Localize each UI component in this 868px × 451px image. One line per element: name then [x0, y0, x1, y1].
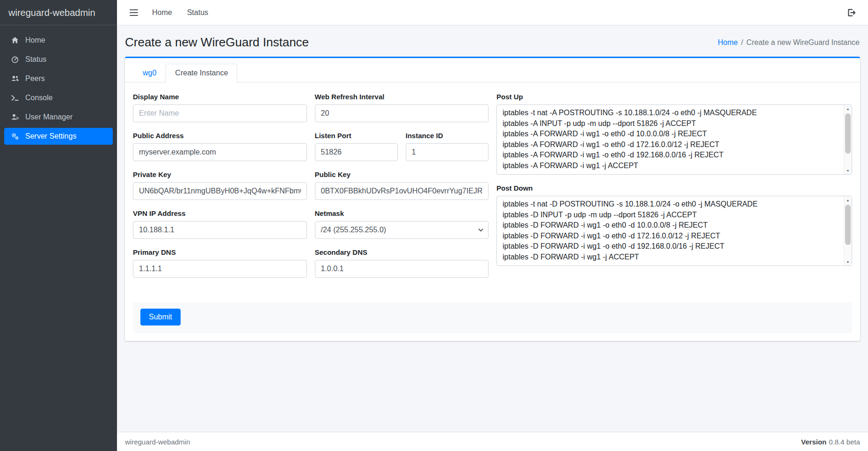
scrollbar-thumb[interactable]	[845, 113, 851, 154]
netmask-group: Netmask /24 (255.255.255.0)	[315, 209, 489, 239]
main-footer: wireguard-webadmin Version0.8.4 beta	[117, 432, 868, 451]
scroll-down-icon[interactable]: ▼	[844, 258, 852, 266]
sidebar-item-label: User Manager	[25, 113, 73, 121]
post-up-label: Post Up	[496, 93, 852, 101]
instance-id-input[interactable]	[406, 143, 489, 161]
netmask-select[interactable]: /24 (255.255.255.0)	[315, 221, 489, 239]
public-key-label: Public Key	[315, 170, 489, 178]
primary-dns-label: Primary DNS	[133, 248, 307, 256]
public-address-label: Public Address	[133, 132, 307, 140]
post-down-group: Post Down iptables -t nat -D POSTROUTING…	[496, 184, 852, 266]
scroll-down-icon[interactable]: ▼	[844, 167, 852, 174]
peers-icon	[10, 74, 20, 83]
instance-form: Display Name Web Refresh Interval Public…	[125, 82, 860, 341]
public-address-group: Public Address	[133, 132, 307, 161]
vpn-ip-group: VPN IP Address	[133, 209, 307, 239]
breadcrumb-separator: /	[741, 38, 743, 46]
version-label: Version	[801, 438, 826, 446]
post-up-textarea[interactable]: iptables -t nat -A POSTROUTING -s 10.188…	[496, 104, 852, 175]
post-up-group: Post Up iptables -t nat -A POSTROUTING -…	[496, 93, 852, 175]
scrollbar-thumb[interactable]	[845, 205, 851, 245]
post-down-textarea[interactable]: iptables -t nat -D POSTROUTING -s 10.188…	[496, 196, 852, 266]
server-settings-icon	[10, 132, 20, 140]
logout-icon[interactable]	[842, 4, 861, 21]
private-key-input[interactable]	[133, 182, 307, 200]
netmask-selected-value: /24 (255.255.255.0)	[321, 226, 387, 234]
tab-wg0[interactable]: wg0	[133, 64, 166, 82]
sidebar-item-server-settings[interactable]: Server Settings	[4, 128, 113, 145]
content-header: Create a new WireGuard Instance Home/Cre…	[117, 25, 868, 57]
sidebar-item-label: Home	[25, 36, 45, 44]
page-title: Create a new WireGuard Instance	[125, 35, 309, 50]
app-window: wireguard-webadmin Home Status Peers	[0, 0, 868, 451]
vpn-ip-label: VPN IP Address	[133, 209, 307, 217]
topnav-link-home[interactable]: Home	[146, 5, 178, 21]
footer-brand: wireguard-webadmin	[125, 438, 190, 446]
sidebar: wireguard-webadmin Home Status Peers	[0, 0, 117, 451]
form-footer: Submit	[133, 302, 852, 333]
port-id-group: Listen Port Instance ID	[315, 132, 489, 161]
post-down-label: Post Down	[496, 184, 852, 192]
sidebar-nav: Home Status Peers Console	[0, 25, 117, 147]
secondary-dns-label: Secondary DNS	[315, 248, 489, 256]
form-fields-left: Display Name Web Refresh Interval Public…	[133, 93, 489, 287]
post-up-vertical-scrollbar[interactable]: ▲ ▼	[844, 105, 852, 174]
sidebar-item-console[interactable]: Console	[4, 89, 113, 106]
breadcrumb-current: Create a new WireGuard Instance	[746, 38, 860, 46]
public-key-input[interactable]	[315, 182, 489, 200]
display-name-group: Display Name	[133, 93, 307, 122]
instance-id-group: Instance ID	[406, 132, 489, 161]
public-key-group: Public Key	[315, 170, 489, 200]
scroll-up-icon[interactable]: ▲	[844, 196, 852, 204]
home-icon	[10, 36, 20, 44]
top-navbar: Home Status	[117, 0, 868, 25]
breadcrumb-home-link[interactable]: Home	[718, 38, 738, 46]
post-up-content: iptables -t nat -A POSTROUTING -s 10.188…	[497, 105, 843, 174]
user-manager-icon	[10, 113, 20, 121]
listen-port-input[interactable]	[315, 143, 398, 161]
post-down-content: iptables -t nat -D POSTROUTING -s 10.188…	[497, 196, 843, 266]
post-down-vertical-scrollbar[interactable]: ▲ ▼	[844, 196, 852, 266]
tab-create-instance[interactable]: Create Instance	[166, 64, 237, 82]
scroll-up-icon[interactable]: ▲	[844, 105, 852, 112]
main-area: Home Status Create a new WireGuard Insta…	[117, 0, 868, 451]
private-key-label: Private Key	[133, 170, 307, 178]
status-icon	[10, 55, 20, 64]
secondary-dns-input[interactable]	[315, 260, 489, 278]
instance-id-label: Instance ID	[406, 132, 489, 140]
sidebar-item-label: Server Settings	[25, 132, 76, 140]
topnav-link-status[interactable]: Status	[181, 5, 214, 21]
console-icon	[10, 94, 20, 102]
sidebar-item-home[interactable]: Home	[4, 32, 113, 49]
display-name-label: Display Name	[133, 93, 307, 101]
display-name-input[interactable]	[133, 104, 307, 122]
version-info: Version0.8.4 beta	[801, 438, 860, 446]
vpn-ip-input[interactable]	[133, 221, 307, 239]
instance-tabs: wg0 Create Instance	[125, 58, 860, 82]
sidebar-item-user-manager[interactable]: User Manager	[4, 109, 113, 126]
sidebar-item-label: Status	[25, 55, 46, 64]
submit-button[interactable]: Submit	[140, 309, 181, 325]
content-wrapper: Create a new WireGuard Instance Home/Cre…	[117, 25, 868, 432]
sidebar-toggle-icon[interactable]	[124, 5, 143, 20]
breadcrumb: Home/Create a new WireGuard Instance	[718, 38, 860, 47]
listen-port-label: Listen Port	[315, 132, 398, 140]
secondary-dns-group: Secondary DNS	[315, 248, 489, 278]
sidebar-item-peers[interactable]: Peers	[4, 70, 113, 87]
primary-dns-group: Primary DNS	[133, 248, 307, 278]
private-key-group: Private Key	[133, 170, 307, 200]
sidebar-item-label: Console	[25, 94, 53, 102]
sidebar-item-label: Peers	[25, 74, 45, 83]
netmask-label: Netmask	[315, 209, 489, 217]
version-value: 0.8.4 beta	[829, 438, 860, 446]
public-address-input[interactable]	[133, 143, 307, 161]
primary-dns-input[interactable]	[133, 260, 307, 278]
sidebar-brand[interactable]: wireguard-webadmin	[0, 0, 117, 25]
web-refresh-interval-label: Web Refresh Interval	[315, 93, 489, 101]
sidebar-item-status[interactable]: Status	[4, 51, 113, 68]
web-refresh-interval-group: Web Refresh Interval	[315, 93, 489, 122]
web-refresh-interval-input[interactable]	[315, 104, 489, 122]
form-fields-right: Post Up iptables -t nat -A POSTROUTING -…	[496, 93, 852, 287]
listen-port-group: Listen Port	[315, 132, 398, 161]
instance-card: wg0 Create Instance Display Name Web	[125, 57, 860, 341]
